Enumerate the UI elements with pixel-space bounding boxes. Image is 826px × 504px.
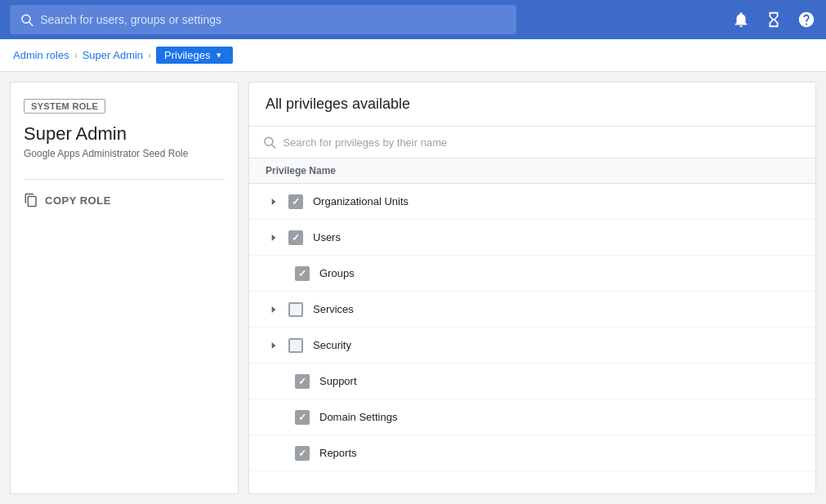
breadcrumb-sep-2: › — [148, 50, 151, 61]
priv-search-icon — [262, 135, 276, 149]
global-search-input[interactable] — [40, 13, 507, 26]
checkmark: ✓ — [292, 196, 300, 207]
system-role-badge: SYSTEM ROLE — [24, 99, 105, 114]
privilege-list: ✓Organizational Units✓Users✓GroupsServic… — [249, 184, 815, 493]
right-panel: All privileges available Privilege Name … — [248, 82, 816, 494]
expand-button[interactable] — [266, 230, 282, 246]
privilege-name: Security — [313, 339, 351, 351]
privilege-row: ✓Reports — [249, 435, 815, 471]
checkmark: ✓ — [298, 412, 306, 423]
privilege-row: ✓Support — [249, 364, 815, 399]
privilege-checkbox[interactable]: ✓ — [288, 194, 303, 209]
privilege-name: Reports — [319, 447, 357, 459]
hourglass-icon[interactable] — [764, 10, 784, 29]
privilege-checkbox[interactable]: ✓ — [295, 410, 310, 425]
checkmark: ✓ — [298, 376, 306, 387]
checkmark: ✓ — [298, 448, 306, 459]
privilege-checkbox[interactable]: ✓ — [295, 266, 310, 281]
breadcrumb-active-label: Privileges — [164, 49, 210, 61]
privilege-row: ✓Organizational Units — [249, 184, 815, 220]
search-icon — [20, 12, 33, 27]
svg-line-3 — [272, 145, 275, 148]
breadcrumb-admin-roles[interactable]: Admin roles — [13, 49, 69, 61]
privilege-name: Support — [319, 375, 357, 387]
checkmark: ✓ — [298, 268, 306, 279]
privileges-title: All privileges available — [249, 83, 815, 127]
privilege-name: Organizational Units — [313, 195, 409, 207]
checkmark: ✓ — [292, 232, 300, 243]
panel-divider — [24, 179, 225, 180]
breadcrumb-privileges: Privileges ▾ — [156, 47, 233, 64]
privilege-checkbox[interactable]: ✓ — [295, 374, 310, 389]
expand-button[interactable] — [266, 194, 282, 210]
copy-icon — [24, 193, 38, 207]
left-panel: SYSTEM ROLE Super Admin Google Apps Admi… — [10, 82, 239, 494]
breadcrumb-dropdown-button[interactable]: ▾ — [213, 48, 225, 62]
privilege-search-bar[interactable] — [249, 127, 815, 158]
privilege-row: ✓Groups — [249, 256, 815, 292]
privilege-row: Security — [249, 328, 815, 364]
header-icons — [731, 10, 816, 29]
role-description: Google Apps Administrator Seed Role — [24, 148, 225, 159]
global-search-bar[interactable] — [10, 5, 516, 34]
app-header — [0, 0, 826, 39]
privilege-row: Services — [249, 292, 815, 328]
main-content: SYSTEM ROLE Super Admin Google Apps Admi… — [0, 72, 826, 504]
privilege-checkbox[interactable]: ✓ — [288, 230, 303, 245]
breadcrumb-sep-1: › — [74, 50, 78, 61]
privilege-name: Domain Settings — [319, 411, 397, 423]
expand-button[interactable] — [266, 337, 282, 354]
privilege-name: Groups — [319, 267, 355, 279]
expand-button[interactable] — [266, 301, 282, 318]
privilege-row: ✓Users — [249, 220, 815, 256]
svg-line-1 — [29, 22, 33, 25]
breadcrumb-super-admin[interactable]: Super Admin — [83, 49, 143, 61]
copy-role-label: COPY ROLE — [45, 194, 111, 207]
privilege-name: Services — [313, 303, 354, 315]
privilege-checkbox[interactable]: ✓ — [295, 446, 310, 461]
privilege-checkbox[interactable] — [288, 302, 303, 317]
help-icon[interactable] — [797, 10, 816, 29]
privilege-column-header: Privilege Name — [249, 158, 815, 184]
privilege-name: Users — [313, 231, 341, 243]
copy-role-button[interactable]: COPY ROLE — [24, 193, 111, 207]
privilege-row: ✓Domain Settings — [249, 399, 815, 435]
breadcrumb: Admin roles › Super Admin › Privileges ▾ — [0, 39, 826, 72]
role-title: Super Admin — [24, 123, 225, 145]
privilege-search-input[interactable] — [283, 136, 802, 149]
notification-icon[interactable] — [731, 10, 751, 29]
privilege-checkbox[interactable] — [288, 338, 303, 353]
